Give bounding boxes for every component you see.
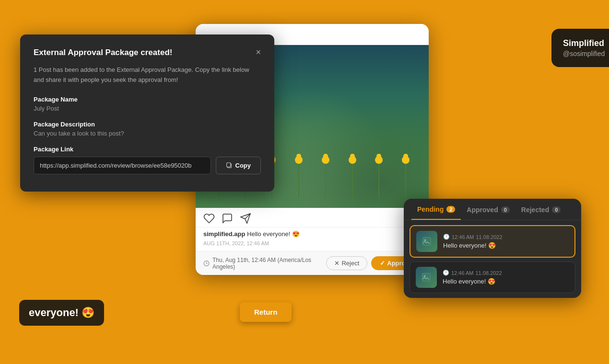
share-icon[interactable]: [240, 213, 251, 224]
post-actions-bar: [196, 208, 429, 228]
flower-7: [378, 160, 379, 198]
panel-items-list: 🕐 12:46 AM 11.08.2022 Hello everyone! 😍: [404, 220, 581, 298]
panel-tabs: Pending 2 Approved 0 Rejected 0: [404, 199, 581, 220]
return-button[interactable]: Return: [240, 302, 292, 322]
package-name-value: July Post: [34, 105, 261, 112]
package-desc-value: Can you take a look to this post?: [34, 130, 261, 137]
close-button[interactable]: ×: [256, 48, 261, 57]
tab-pending[interactable]: Pending 2: [411, 199, 461, 220]
item-thumb-bg-1: [416, 231, 437, 252]
modal-description: 1 Post has been added to the External Ap…: [34, 65, 261, 85]
comment-icon[interactable]: [222, 213, 233, 224]
item-date-value-1: 11.08.2022: [476, 234, 502, 240]
panel-list-item[interactable]: 🕐 12:46 AM 11.08.2022 Hello everyone! 😍: [410, 225, 575, 258]
greeting-overlay: everyone! 😍: [19, 300, 104, 326]
item-meta-2: 🕐 12:46 AM 11.08.2022 Hello everyone! 😍: [443, 270, 569, 285]
tab-pending-count: 2: [446, 206, 455, 213]
flower-4: [298, 160, 299, 198]
thumb-img-icon-1: [422, 237, 432, 246]
footer-time-info: Thu, Aug 11th, 12:46 AM (America/Los Ang…: [203, 257, 326, 270]
svg-point-6: [424, 239, 426, 241]
item-date-value-2: 11.08.2022: [475, 270, 502, 276]
post-date: AUG 11TH, 2022, 12:46 AM: [196, 239, 429, 251]
item-time-1: 🕐 12:46 AM 11.08.2022: [443, 234, 569, 240]
heart-icon[interactable]: [203, 213, 215, 224]
twitter-info: Simplified @sosimplified: [563, 38, 609, 57]
flower-5: [325, 160, 326, 198]
svg-rect-1: [226, 163, 230, 167]
footer-time-text: Thu, Aug 11th, 12:46 AM (America/Los Ang…: [212, 257, 326, 270]
item-thumbnail-2: [416, 267, 437, 288]
greeting-text: everyone! 😍: [29, 307, 94, 318]
item-meta-1: 🕐 12:46 AM 11.08.2022 Hello everyone! 😍: [443, 234, 569, 249]
item-time-value-2: 12:46 AM: [451, 270, 473, 276]
svg-point-8: [424, 275, 426, 277]
clock-icon-1: 🕐: [443, 234, 450, 240]
twitter-profile-overlay: Simplified @sosimplified: [551, 29, 609, 67]
approval-modal: External Approval Package created! × 1 P…: [20, 34, 274, 192]
modal-header: External Approval Package created! ×: [34, 48, 261, 57]
modal-title: External Approval Package created!: [34, 48, 172, 57]
tab-approved[interactable]: Approved 0: [461, 199, 515, 220]
approval-panel: Pending 2 Approved 0 Rejected 0: [404, 199, 581, 298]
reject-button[interactable]: ✕ Reject: [326, 256, 367, 270]
item-time-value-1: 12:46 AM: [452, 234, 474, 240]
tab-pending-label: Pending: [417, 205, 444, 213]
package-desc-label: Package Description: [34, 121, 261, 128]
clock-icon-2: 🕐: [443, 270, 449, 276]
tab-approved-count: 0: [501, 206, 510, 213]
copy-button[interactable]: Copy: [216, 157, 261, 174]
flower-6: [352, 160, 353, 198]
tab-approved-label: Approved: [467, 206, 498, 214]
svg-rect-5: [423, 238, 431, 246]
clock-icon: [203, 260, 210, 267]
copy-icon: [226, 162, 233, 169]
item-text-1: Hello everyone! 😍: [443, 242, 569, 249]
post-footer: Thu, Aug 11th, 12:46 AM (America/Los Ang…: [196, 251, 429, 275]
item-time-2: 🕐 12:46 AM 11.08.2022: [443, 270, 569, 276]
package-link-input[interactable]: https://app.simplified.com/review/browse…: [34, 157, 211, 174]
package-name-label: Package Name: [34, 96, 261, 103]
tab-rejected-label: Rejected: [521, 206, 549, 214]
reject-label: Reject: [341, 260, 359, 267]
link-row: https://app.simplified.com/review/browse…: [34, 157, 261, 174]
package-link-label: Package Link: [34, 146, 261, 153]
post-caption: simplified.app Hello everyone! 😍: [196, 228, 429, 239]
approve-check-icon: ✓: [380, 260, 385, 267]
tab-rejected-count: 0: [552, 206, 561, 213]
twitter-name: Simplified: [563, 38, 609, 48]
caption-username: simplified.app: [203, 230, 245, 238]
copy-label: Copy: [235, 162, 251, 169]
item-thumbnail-1: [416, 231, 437, 252]
reject-x-icon: ✕: [334, 260, 340, 267]
panel-list-item[interactable]: 🕐 12:46 AM 11.08.2022 Hello everyone! 😍: [410, 262, 575, 293]
flower-8: [405, 160, 406, 198]
svg-rect-7: [422, 273, 431, 282]
thumb-img-icon-2: [422, 273, 431, 282]
item-thumb-bg-2: [416, 267, 437, 288]
item-text-2: Hello everyone! 😍: [443, 278, 569, 285]
caption-text: Hello everyone! 😍: [247, 230, 300, 238]
twitter-handle: @sosimplified: [563, 50, 609, 57]
tab-rejected[interactable]: Rejected 0: [515, 199, 566, 220]
